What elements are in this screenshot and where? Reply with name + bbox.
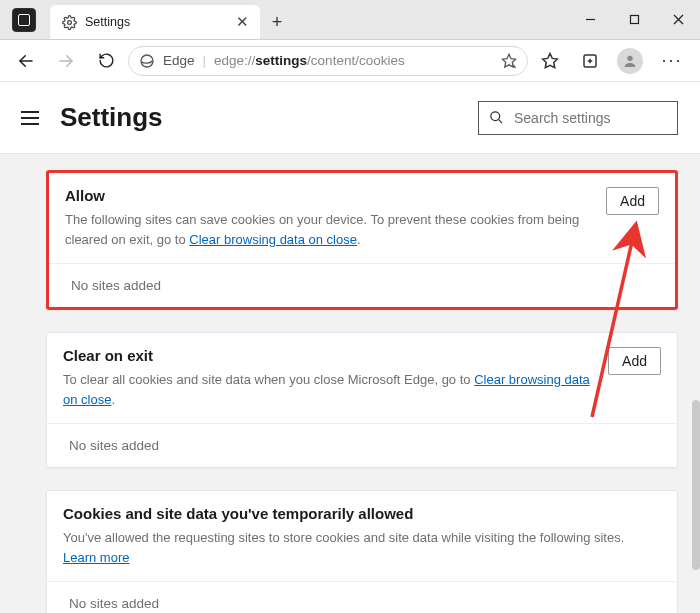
svg-marker-10 xyxy=(543,53,558,67)
allow-add-button[interactable]: Add xyxy=(606,187,659,215)
clear-empty: No sites added xyxy=(47,423,677,467)
title-bar: Settings ✕ + xyxy=(0,0,700,40)
clear-title: Clear on exit xyxy=(63,347,598,364)
svg-rect-2 xyxy=(630,16,638,24)
page-title: Settings xyxy=(60,102,458,133)
edge-logo-icon xyxy=(139,53,155,69)
temp-empty: No sites added xyxy=(47,581,677,613)
svg-point-18 xyxy=(491,112,500,121)
gear-icon xyxy=(62,15,77,30)
new-tab-button[interactable]: + xyxy=(260,5,294,39)
tab-title: Settings xyxy=(85,15,226,29)
address-bar[interactable]: Edge | edge://settings/content/cookies xyxy=(128,46,528,76)
close-tab-icon[interactable]: ✕ xyxy=(234,13,250,31)
collections-button[interactable] xyxy=(572,43,608,79)
more-menu-button[interactable]: ··· xyxy=(652,43,692,79)
profile-button[interactable] xyxy=(612,43,648,79)
scrollbar-thumb[interactable] xyxy=(692,400,700,570)
temp-desc: You've allowed the requesting sites to s… xyxy=(63,528,661,567)
address-url: edge://settings/content/cookies xyxy=(214,53,405,68)
allow-card: Allow The following sites can save cooki… xyxy=(46,170,678,310)
settings-header: Settings xyxy=(0,82,700,154)
svg-point-14 xyxy=(627,55,632,60)
browser-tab[interactable]: Settings ✕ xyxy=(50,5,260,39)
search-settings[interactable] xyxy=(478,101,678,135)
app-icon xyxy=(0,0,48,39)
allow-empty: No sites added xyxy=(49,263,675,307)
svg-line-19 xyxy=(498,119,502,123)
temp-title: Cookies and site data you've temporarily… xyxy=(63,505,661,522)
svg-point-0 xyxy=(68,20,72,24)
temp-allowed-card: Cookies and site data you've temporarily… xyxy=(46,490,678,613)
refresh-button[interactable] xyxy=(88,43,124,79)
svg-point-7 xyxy=(141,55,153,67)
clear-add-button[interactable]: Add xyxy=(608,347,661,375)
favorites-button[interactable] xyxy=(532,43,568,79)
browser-toolbar: Edge | edge://settings/content/cookies ·… xyxy=(0,40,700,82)
close-window-button[interactable] xyxy=(656,0,700,39)
allow-title: Allow xyxy=(65,187,596,204)
search-icon xyxy=(489,110,504,125)
clear-desc: To clear all cookies and site data when … xyxy=(63,370,598,409)
address-brand: Edge xyxy=(163,53,195,68)
maximize-button[interactable] xyxy=(612,0,656,39)
back-button[interactable] xyxy=(8,43,44,79)
search-input[interactable] xyxy=(514,110,689,126)
learn-more-link[interactable]: Learn more xyxy=(63,550,129,565)
menu-icon[interactable] xyxy=(20,110,40,126)
minimize-button[interactable] xyxy=(568,0,612,39)
clear-browsing-data-link[interactable]: Clear browsing data on close xyxy=(189,232,357,247)
settings-content: Allow The following sites can save cooki… xyxy=(0,154,700,613)
forward-button[interactable] xyxy=(48,43,84,79)
allow-desc: The following sites can save cookies on … xyxy=(65,210,596,249)
clear-on-exit-card: Clear on exit To clear all cookies and s… xyxy=(46,332,678,468)
favorite-icon[interactable] xyxy=(501,53,517,69)
